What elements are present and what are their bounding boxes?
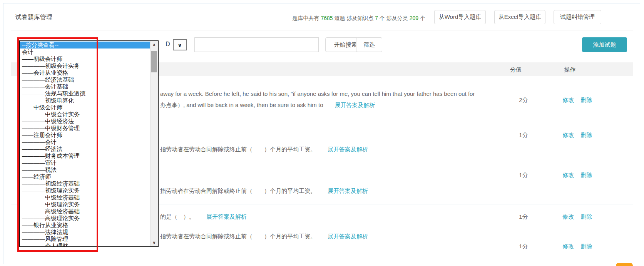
floating-widget-partial[interactable] xyxy=(616,263,633,266)
dropdown-option[interactable]: ————审计 xyxy=(20,159,151,166)
score-value: 1分 xyxy=(500,132,547,139)
question-text-line: 办点事）, and will be back in a week, then b… xyxy=(160,102,375,109)
column-header-action: 操作 xyxy=(547,66,593,74)
dropdown-option[interactable]: ————经济法基础 xyxy=(20,76,151,83)
dropdown-option[interactable]: ——银行从业资格 xyxy=(20,222,151,229)
dropdown-option[interactable]: ————风险管理 xyxy=(20,236,151,243)
question-text-line: 的是（ ）。展开答案及解析 xyxy=(160,213,247,221)
partial-select-text[interactable]: D xyxy=(166,41,170,48)
add-question-button[interactable]: 添加试题 xyxy=(582,37,627,52)
dropdown-option-selected[interactable]: --按分类查看-- xyxy=(20,42,151,49)
dropdown-scrollbar[interactable]: ∧ ∨ xyxy=(150,41,158,246)
question-text: 办点事）, and will be back in a week, then b… xyxy=(160,102,323,108)
category-dropdown-open[interactable]: --按分类查看-- 会计 ——初级会计师 ————初级会计实务 ——会计从业资格… xyxy=(19,40,159,247)
edit-link[interactable]: 修改 xyxy=(563,97,574,104)
import-word-button[interactable]: 从Word导入题库 xyxy=(434,10,486,24)
row-actions: 修改删除 xyxy=(550,213,604,221)
edit-link[interactable]: 修改 xyxy=(563,132,574,139)
question-text-line: 指劳动者在劳动合同解除或终止前（ ）个月的平均工资。展开答案及解析 xyxy=(160,146,368,153)
question-text-line: 指劳动者在劳动合同解除或终止前（ ）个月的平均工资。展开答案及解析 xyxy=(160,233,368,240)
dropdown-option[interactable]: ————高级理论实务 xyxy=(20,215,151,222)
score-value: 2分 xyxy=(500,97,547,104)
stats-total-questions: 7685 xyxy=(321,15,333,21)
delete-link[interactable]: 删除 xyxy=(581,132,592,139)
dropdown-option[interactable]: ————会计基础 xyxy=(20,83,151,90)
dropdown-option[interactable]: ——中级会计师 xyxy=(20,104,151,111)
dropdown-option[interactable]: ————法规与职业道德 xyxy=(20,90,151,97)
dropdown-option[interactable]: ——经济师 xyxy=(20,173,151,180)
row-actions: 修改删除 xyxy=(550,243,604,250)
dropdown-option[interactable]: ————财务成本管理 xyxy=(20,152,151,159)
dropdown-option[interactable]: ——初级会计师 xyxy=(20,55,151,62)
scroll-down-icon[interactable]: ∨ xyxy=(151,239,158,246)
dropdown-option[interactable]: ————初级会计实务 xyxy=(20,62,151,69)
dropdown-option[interactable]: ——会计从业资格 xyxy=(20,69,151,76)
dropdown-option[interactable]: ————中级会计实务 xyxy=(20,111,151,118)
stats-mid1: 道题 涉及知识点 xyxy=(333,15,375,21)
edit-link[interactable]: 修改 xyxy=(563,213,574,221)
dropdown-option[interactable]: ————高级经济基础 xyxy=(20,208,151,215)
header-divider xyxy=(11,30,633,30)
dropdown-option[interactable]: ————经济法 xyxy=(20,146,151,152)
dropdown-option[interactable]: ————中级经济法 xyxy=(20,118,151,125)
bank-stats: 题库中共有 7685 道题 涉及知识点 7 个 涉及分类 209 个 xyxy=(293,15,425,22)
delete-link[interactable]: 删除 xyxy=(581,213,592,221)
stats-suffix: 个 xyxy=(418,15,425,21)
question-text-line: away for a week. Before he left, he said… xyxy=(160,90,475,97)
stats-prefix: 题库中共有 xyxy=(293,15,321,21)
dropdown-option[interactable]: ————初级电算化 xyxy=(20,97,151,104)
expand-answer-link[interactable]: 展开答案及解析 xyxy=(328,146,368,153)
stats-knowledge-points: 7 xyxy=(375,15,378,21)
delete-link[interactable]: 删除 xyxy=(581,97,592,104)
expand-answer-link[interactable]: 展开答案及解析 xyxy=(206,213,247,221)
score-value: 1分 xyxy=(500,172,547,179)
dropdown-option[interactable]: ————会计 xyxy=(20,139,151,146)
search-input[interactable] xyxy=(194,37,319,52)
dropdown-option[interactable]: ————中级经济基础 xyxy=(20,194,151,201)
expand-answer-link[interactable]: 展开答案及解析 xyxy=(328,233,368,240)
question-text-line: 指劳动者在劳动合同解除或终止前（ ）个月的平均工资。展开答案及解析 xyxy=(160,187,368,195)
score-value: 1分 xyxy=(500,213,547,221)
question-text: 指劳动者在劳动合同解除或终止前（ ）个月的平均工资。 xyxy=(160,233,316,239)
scrollbar-thumb[interactable] xyxy=(151,51,157,72)
dropdown-option[interactable]: ————中级理论实务 xyxy=(20,201,151,208)
dropdown-option[interactable]: ————初级经济基础 xyxy=(20,180,151,187)
chevron-down-icon: ∨ xyxy=(177,42,182,48)
select-arrow-box[interactable]: ∨ xyxy=(173,39,187,50)
dropdown-option[interactable]: ————中级财务管理 xyxy=(20,125,151,132)
delete-link[interactable]: 删除 xyxy=(581,243,592,250)
page-title: 试卷题库管理 xyxy=(15,13,52,22)
expand-answer-link[interactable]: 展开答案及解析 xyxy=(328,187,368,195)
stats-category-count: 209 xyxy=(410,15,418,21)
row-actions: 修改删除 xyxy=(550,97,604,104)
delete-link[interactable]: 删除 xyxy=(581,172,592,179)
question-text: 指劳动者在劳动合同解除或终止前（ ）个月的平均工资。 xyxy=(160,146,316,152)
edit-link[interactable]: 修改 xyxy=(563,172,574,179)
filter-button[interactable]: 筛选 xyxy=(356,37,382,52)
error-correction-button[interactable]: 试题纠错管理 xyxy=(554,10,601,24)
row-actions: 修改删除 xyxy=(550,172,604,179)
dropdown-option[interactable]: ————法律法规 xyxy=(20,229,151,236)
score-value: 1分 xyxy=(500,243,547,250)
question-text: 指劳动者在劳动合同解除或终止前（ ）个月的平均工资。 xyxy=(160,187,316,194)
scroll-up-icon[interactable]: ∧ xyxy=(151,41,158,49)
row-actions: 修改删除 xyxy=(550,132,604,139)
edit-link[interactable]: 修改 xyxy=(563,243,574,250)
stats-mid2: 个 涉及分类 xyxy=(378,15,410,21)
import-excel-button[interactable]: 从Excel导入题库 xyxy=(494,10,545,24)
dropdown-option[interactable]: ——注册会计师 xyxy=(20,132,151,139)
dropdown-option[interactable]: ————初级理论实务 xyxy=(20,187,151,194)
dropdown-option[interactable]: 会计 xyxy=(20,49,151,55)
category-option-list: --按分类查看-- 会计 ——初级会计师 ————初级会计实务 ——会计从业资格… xyxy=(20,42,151,247)
question-text: 的是（ ）。 xyxy=(160,213,195,220)
expand-answer-link[interactable]: 展开答案及解析 xyxy=(335,102,375,109)
dropdown-option[interactable]: ————税法 xyxy=(20,166,151,173)
column-header-score: 分值 xyxy=(493,66,539,74)
dropdown-option[interactable]: ————个人理财 xyxy=(20,243,151,247)
